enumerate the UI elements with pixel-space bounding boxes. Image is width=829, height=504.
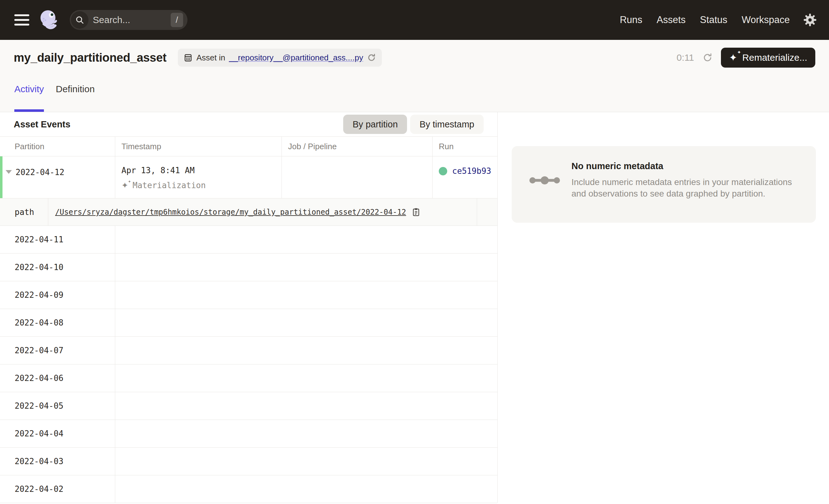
partition-cell[interactable]: 2022-04-09 [0,281,115,309]
partition-row: 2022-04-02 [0,475,497,503]
no-numeric-metadata-card: No numeric metadata Include numeric meta… [512,146,816,223]
column-header-partition: Partition [0,137,115,156]
copy-path-icon[interactable] [412,208,421,217]
tab-definition[interactable]: Definition [56,84,95,112]
column-header-timestamp: Timestamp [115,137,282,156]
run-id-link[interactable]: ce519b93 [452,166,491,176]
nav-workspace[interactable]: Workspace [742,14,790,26]
partition-row-expanded: 2022-04-12 Apr 13, 8:41 AM ✦✦ Materializ… [0,156,497,199]
partition-rows: 2022-04-11 2022-04-10 2022-04-09 2022-04… [0,226,497,503]
repository-icon [183,53,193,62]
partition-label: 2022-04-12 [15,168,65,177]
asset-events-heading: Asset Events [14,119,70,130]
expanded-run-cell: ce519b93 [433,156,497,198]
collapse-caret-icon[interactable] [6,170,12,174]
refresh-timer: 0:11 [677,52,694,63]
asset-tabs: Activity Definition [14,84,815,112]
partition-row-empty [115,254,497,281]
partition-row-empty [115,281,497,309]
tab-activity[interactable]: Activity [14,84,44,112]
global-search: / [70,10,187,30]
partition-cell[interactable]: 2022-04-10 [0,254,115,281]
asset-events-toolbar: Asset Events By partition By timestamp [0,112,497,137]
expanded-job-cell [282,156,433,198]
partition-cell[interactable]: 2022-04-02 [0,475,115,503]
empty-state-message: Include numeric metadata entries in your… [572,176,803,200]
partition-row-empty [115,364,497,392]
partition-row: 2022-04-09 [0,281,497,309]
partition-row-empty [115,309,497,336]
top-nav-links: Runs Assets Status Workspace [620,14,790,26]
event-view-toggle: By partition By timestamp [343,115,483,134]
dagster-app: / Runs Assets Status Workspace [0,0,829,504]
metadata-row-spacer [477,199,497,225]
partition-row-empty [115,392,497,420]
dagster-logo-icon[interactable] [39,9,60,31]
rematerialize-label: Rematerialize... [743,52,807,63]
partition-status-accent [0,156,2,198]
hamburger-menu-icon[interactable] [14,14,29,26]
asset-location-badge: Asset in __repository__@partitioned_ass.… [178,48,382,67]
empty-state-title: No numeric metadata [572,161,803,171]
nav-assets[interactable]: Assets [657,14,686,26]
sparkle-icon: ✦✦ [729,52,737,63]
column-header-run: Run [433,137,497,156]
partition-row-empty [115,420,497,447]
run-status-dot [439,167,447,175]
asset-events-panel: Asset Events By partition By timestamp P… [0,112,498,503]
repository-link[interactable]: __repository__@partitioned_ass....py [229,53,363,63]
asset-in-label: Asset in [196,53,225,63]
page-title: my_daily_partitioned_asset [14,51,167,65]
column-header-job: Job / Pipeline [282,137,433,156]
by-partition-button[interactable]: By partition [343,115,407,134]
partition-row: 2022-04-03 [0,447,497,475]
partition-cell[interactable]: 2022-04-07 [0,337,115,364]
partition-row-empty [115,447,497,475]
asset-page-header: my_daily_partitioned_asset Asset in __re… [0,40,829,112]
partition-row: 2022-04-11 [0,226,497,254]
partition-cell[interactable]: 2022-04-04 [0,420,115,447]
partition-cell[interactable]: 2022-04-06 [0,364,115,392]
partition-row: 2022-04-05 [0,392,497,420]
rematerialize-button[interactable]: ✦✦ Rematerialize... [721,48,815,68]
metadata-key: path [0,199,48,225]
dots-graph-icon [529,173,560,223]
top-nav-bar: / Runs Assets Status Workspace [0,0,829,40]
expanded-partition-cell[interactable]: 2022-04-12 [0,156,115,198]
reload-repository-icon[interactable] [367,53,376,62]
event-timestamp: Apr 13, 8:41 AM [121,166,282,175]
partition-cell[interactable]: 2022-04-05 [0,392,115,420]
partition-row: 2022-04-10 [0,254,497,281]
events-table-header: Partition Timestamp Job / Pipeline Run [0,137,497,156]
partition-cell[interactable]: 2022-04-11 [0,226,115,253]
partition-row-empty [115,226,497,253]
settings-gear-icon[interactable] [803,13,817,27]
search-icon [71,11,88,29]
nav-runs[interactable]: Runs [620,14,642,26]
partition-row: 2022-04-06 [0,364,497,392]
event-type-label: Materialization [133,181,206,190]
expanded-timestamp-cell: Apr 13, 8:41 AM ✦✦ Materialization [115,156,282,198]
partition-cell[interactable]: 2022-04-03 [0,447,115,475]
partition-row: 2022-04-07 [0,337,497,364]
metadata-path-link[interactable]: /Users/sryza/dagster/tmp6hmkoios/storage… [55,208,406,216]
nav-status[interactable]: Status [700,14,727,26]
partition-row: 2022-04-04 [0,420,497,447]
by-timestamp-button[interactable]: By timestamp [410,115,483,134]
partition-metadata-panel: No numeric metadata Include numeric meta… [498,112,829,503]
refresh-icon[interactable] [702,52,713,63]
metadata-row: path /Users/sryza/dagster/tmp6hmkoios/st… [0,199,497,226]
partition-row: 2022-04-08 [0,309,497,337]
search-shortcut-key: / [171,13,183,27]
materialization-icon: ✦✦ [121,181,128,189]
partition-cell[interactable]: 2022-04-08 [0,309,115,336]
search-input[interactable] [88,15,171,25]
partition-row-empty [115,337,497,364]
partition-row-empty [115,475,497,503]
